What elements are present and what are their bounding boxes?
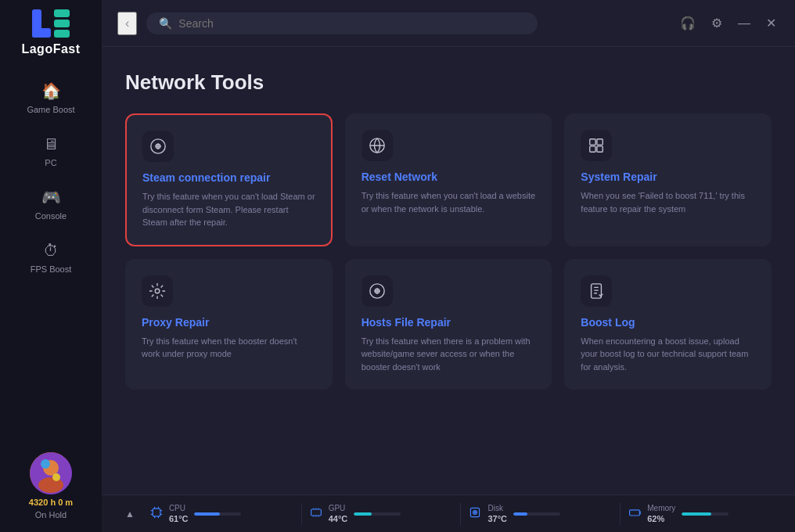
sidebar-label-console: Console <box>35 211 67 221</box>
avatar-image <box>30 452 72 494</box>
logo-area: LagoFast <box>21 8 80 56</box>
status-fill-disk <box>513 512 527 516</box>
status-info-gpu: GPU 44°C <box>329 504 348 523</box>
tool-card-reset-network[interactable]: Reset Network Try this feature when you … <box>345 113 552 246</box>
search-bar[interactable]: 🔍 <box>146 13 538 34</box>
tool-icon-proxy-repair <box>142 275 173 307</box>
tool-icon-hosts-file-repair <box>362 275 393 307</box>
console-icon: 🎮 <box>40 186 62 208</box>
close-icon[interactable]: ✕ <box>763 13 779 34</box>
status-label-memory: Memory <box>647 504 675 512</box>
status-track-memory <box>682 512 728 516</box>
search-input[interactable] <box>178 17 525 30</box>
tool-card-hosts-file-repair[interactable]: Hosts File Repair Try this feature when … <box>345 259 552 390</box>
content-area: Network Tools Steam connection repair Tr… <box>102 47 795 494</box>
tool-name-steam-connection-repair: Steam connection repair <box>142 171 315 184</box>
svg-rect-4 <box>54 30 70 38</box>
minimize-icon[interactable]: — <box>735 13 754 34</box>
tool-card-system-repair[interactable]: System Repair When you see 'Failed to bo… <box>564 113 772 246</box>
status-icon-memory <box>628 506 641 521</box>
tool-desc-steam-connection-repair: Try this feature when you can't load Ste… <box>142 190 315 229</box>
home-icon: 🏠 <box>40 80 62 102</box>
tool-desc-reset-network: Try this feature when you can't load a w… <box>362 189 536 215</box>
svg-rect-21 <box>471 508 480 516</box>
tool-icon-system-repair <box>581 130 612 161</box>
avatar[interactable] <box>30 452 72 494</box>
sidebar-item-game-boost[interactable]: 🏠 Game Boost <box>16 72 86 122</box>
status-value-cpu: 61°C <box>169 514 189 523</box>
status-fill-cpu <box>194 512 220 516</box>
sidebar-label-game-boost: Game Boost <box>27 105 74 114</box>
back-button[interactable]: ‹ <box>117 12 137 35</box>
tool-desc-hosts-file-repair: Try this feature when there is a problem… <box>362 335 536 374</box>
statusbar: ▲ CPU 61°C GPU 44°C <box>102 494 795 532</box>
sidebar-item-pc[interactable]: 🖥 PC <box>16 125 86 175</box>
page-title: Network Tools <box>125 70 772 95</box>
status-value-disk: 37°C <box>487 514 507 523</box>
status-track-cpu <box>194 512 241 516</box>
tool-name-boost-log: Boost Log <box>581 316 755 329</box>
logo-text: LagoFast <box>21 42 80 56</box>
svg-rect-15 <box>597 146 603 152</box>
status-value-gpu: 44°C <box>329 514 348 523</box>
tool-name-hosts-file-repair: Hosts File Repair <box>362 316 536 329</box>
status-label-gpu: GPU <box>329 504 348 512</box>
sidebar-label-fps-boost: FPS Boost <box>31 264 72 274</box>
svg-rect-18 <box>592 283 602 297</box>
support-icon[interactable]: 🎧 <box>677 13 699 34</box>
tool-desc-proxy-repair: Try this feature when the booster doesn'… <box>142 335 316 361</box>
sidebar-item-console[interactable]: 🎮 Console <box>16 178 86 228</box>
tool-card-boost-log[interactable]: Boost Log When encountering a boost issu… <box>564 259 772 390</box>
status-track-gpu <box>354 512 401 516</box>
tool-name-reset-network: Reset Network <box>362 171 536 183</box>
svg-rect-13 <box>597 139 603 145</box>
tool-name-proxy-repair: Proxy Repair <box>142 316 316 329</box>
status-fill-memory <box>682 512 710 516</box>
pc-icon: 🖥 <box>40 133 62 155</box>
search-icon: 🔍 <box>159 17 172 30</box>
status-icon-gpu <box>310 506 322 521</box>
tool-card-steam-connection-repair[interactable]: Steam connection repair Try this feature… <box>125 113 333 246</box>
status-label-cpu: CPU <box>169 504 189 512</box>
status-info-disk: Disk 37°C <box>487 504 507 523</box>
svg-rect-14 <box>590 146 595 152</box>
svg-rect-24 <box>630 510 640 516</box>
svg-point-9 <box>52 473 60 481</box>
user-status: On Hold <box>35 510 67 519</box>
user-area: 4320 h 0 m On Hold <box>29 452 73 532</box>
status-icon-cpu <box>150 506 163 521</box>
topbar: ‹ 🔍 🎧 ⚙ — ✕ <box>102 0 795 47</box>
tool-icon-boost-log <box>581 275 612 307</box>
status-info-memory: Memory 62% <box>647 504 675 523</box>
status-item-memory: Memory 62% <box>621 504 779 523</box>
svg-rect-20 <box>311 509 321 516</box>
tool-icon-steam-connection-repair <box>142 131 174 162</box>
main-area: ‹ 🔍 🎧 ⚙ — ✕ Network Tools Steam connecti… <box>102 0 795 532</box>
tool-desc-boost-log: When encountering a boost issue, upload … <box>581 335 755 374</box>
sidebar: LagoFast 🏠 Game Boost 🖥 PC 🎮 Console ⏱ F… <box>0 0 102 532</box>
topbar-actions: 🎧 ⚙ — ✕ <box>677 13 779 34</box>
svg-point-8 <box>41 459 50 469</box>
svg-point-7 <box>38 477 63 493</box>
svg-point-16 <box>155 289 160 293</box>
tool-card-proxy-repair[interactable]: Proxy Repair Try this feature when the b… <box>125 259 333 390</box>
status-fill-gpu <box>354 512 372 516</box>
user-time: 4320 h 0 m <box>29 498 73 507</box>
fps-icon: ⏱ <box>40 239 62 261</box>
expand-chevron[interactable]: ▲ <box>117 509 142 519</box>
tool-icon-reset-network <box>362 130 393 161</box>
tools-grid: Steam connection repair Try this feature… <box>125 113 772 390</box>
sidebar-label-pc: PC <box>45 158 56 167</box>
svg-rect-1 <box>32 28 51 38</box>
status-icon-disk <box>469 506 481 521</box>
sidebar-item-fps-boost[interactable]: ⏱ FPS Boost <box>16 232 86 282</box>
status-item-gpu: GPU 44°C <box>302 504 461 523</box>
status-item-disk: Disk 37°C <box>461 504 620 523</box>
settings-icon[interactable]: ⚙ <box>708 13 725 34</box>
status-label-disk: Disk <box>487 504 507 512</box>
svg-rect-2 <box>54 9 70 17</box>
status-track-disk <box>513 512 560 516</box>
tool-name-system-repair: System Repair <box>581 171 755 183</box>
status-item-cpu: CPU 61°C <box>142 504 301 523</box>
logo-icon <box>31 8 71 39</box>
